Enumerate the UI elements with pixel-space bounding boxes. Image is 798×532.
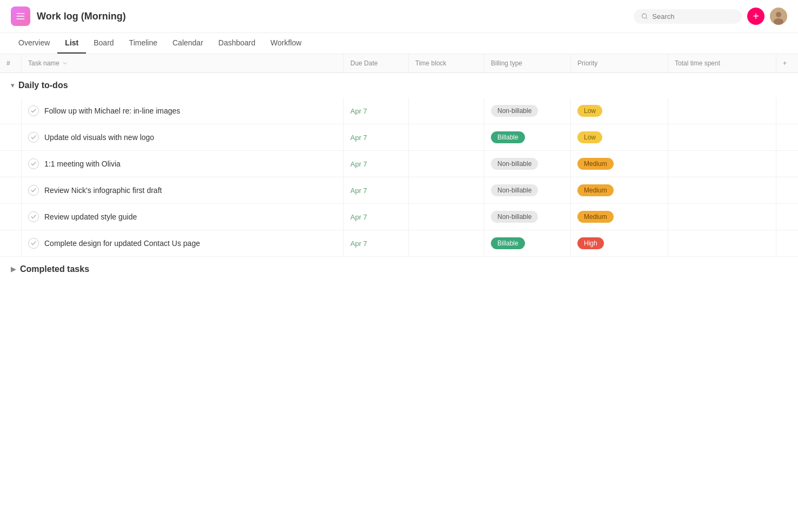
- task-billing-type: Non-billable: [484, 151, 571, 177]
- task-total-time: [668, 230, 776, 256]
- table-row: Review Nick's infographic first draft Ap…: [0, 177, 798, 204]
- task-name-cell: Complete design for updated Contact Us p…: [22, 230, 344, 256]
- task-due-date: Apr 7: [344, 124, 409, 150]
- task-table: # Task name Due Date Time block Billing …: [0, 54, 798, 282]
- svg-point-6: [776, 12, 781, 17]
- col-total-time-spent: Total time spent: [668, 54, 776, 72]
- task-time-block: [409, 230, 484, 256]
- svg-rect-1: [17, 16, 25, 17]
- task-total-time: [668, 124, 776, 150]
- task-add: [776, 151, 798, 177]
- chevron-down-icon: [62, 60, 68, 66]
- task-check[interactable]: [28, 132, 39, 143]
- task-check[interactable]: [28, 238, 39, 249]
- billing-badge: Non-billable: [491, 211, 538, 223]
- task-due-date: Apr 7: [344, 230, 409, 256]
- task-priority: Medium: [571, 177, 668, 203]
- task-add: [776, 98, 798, 124]
- header-right: +: [634, 8, 787, 25]
- task-add: [776, 230, 798, 256]
- billing-badge: Billable: [491, 237, 525, 249]
- task-due-date: Apr 7: [344, 151, 409, 177]
- table-row: Complete design for updated Contact Us p…: [0, 230, 798, 257]
- task-due-date: Apr 7: [344, 98, 409, 124]
- priority-badge: High: [577, 237, 604, 249]
- billing-badge: Billable: [491, 131, 525, 143]
- tab-board[interactable]: Board: [86, 33, 121, 54]
- task-check[interactable]: [28, 158, 39, 169]
- section-daily-todos-header[interactable]: ▾ Daily to-dos: [0, 73, 798, 98]
- task-num: [0, 204, 22, 230]
- section-expand-icon: ▾: [11, 82, 14, 89]
- search-box[interactable]: [634, 9, 742, 24]
- task-num: [0, 124, 22, 150]
- col-num: #: [0, 54, 22, 72]
- billing-badge: Non-billable: [491, 158, 538, 170]
- section-completed-header[interactable]: ▶ Completed tasks: [0, 257, 798, 282]
- task-check[interactable]: [28, 185, 39, 196]
- completed-expand-icon: ▶: [11, 265, 16, 273]
- priority-badge: Low: [577, 131, 602, 143]
- task-priority: Medium: [571, 204, 668, 230]
- task-total-time: [668, 151, 776, 177]
- tab-overview[interactable]: Overview: [11, 33, 57, 54]
- priority-badge: Medium: [577, 211, 614, 223]
- task-time-block: [409, 177, 484, 203]
- svg-line-4: [646, 17, 647, 18]
- task-add: [776, 204, 798, 230]
- task-name-cell: Review updated style guide: [22, 204, 344, 230]
- task-name-cell: Update old visuals with new logo: [22, 124, 344, 150]
- task-priority: High: [571, 230, 668, 256]
- search-input[interactable]: [652, 12, 734, 21]
- task-time-block: [409, 98, 484, 124]
- tab-list[interactable]: List: [57, 33, 86, 54]
- task-billing-type: Non-billable: [484, 98, 571, 124]
- svg-point-7: [774, 18, 783, 25]
- completed-section-title: Completed tasks: [20, 264, 89, 274]
- header: Work log (Morning) +: [0, 0, 798, 33]
- task-num: [0, 151, 22, 177]
- task-time-block: [409, 204, 484, 230]
- task-num: [0, 98, 22, 124]
- task-total-time: [668, 98, 776, 124]
- table-header: # Task name Due Date Time block Billing …: [0, 54, 798, 73]
- task-due-date: Apr 7: [344, 177, 409, 203]
- search-icon: [641, 12, 648, 20]
- col-due-date: Due Date: [344, 54, 409, 72]
- priority-badge: Medium: [577, 184, 614, 196]
- task-time-block: [409, 124, 484, 150]
- task-billing-type: Billable: [484, 230, 571, 256]
- billing-badge: Non-billable: [491, 105, 538, 117]
- task-billing-type: Non-billable: [484, 204, 571, 230]
- col-priority: Priority: [571, 54, 668, 72]
- billing-badge: Non-billable: [491, 184, 538, 196]
- task-time-block: [409, 151, 484, 177]
- task-priority: Medium: [571, 151, 668, 177]
- nav-tabs: Overview List Board Timeline Calendar Da…: [0, 33, 798, 54]
- task-priority: Low: [571, 124, 668, 150]
- app-icon: [11, 6, 30, 26]
- table-row: Follow up with Michael re: in-line image…: [0, 98, 798, 124]
- task-check[interactable]: [28, 105, 39, 116]
- col-task-name[interactable]: Task name: [22, 54, 344, 72]
- task-add: [776, 177, 798, 203]
- table-row: Update old visuals with new logo Apr 7 B…: [0, 124, 798, 151]
- svg-rect-2: [17, 18, 25, 19]
- avatar: [770, 8, 787, 25]
- add-button[interactable]: +: [747, 8, 764, 25]
- col-add[interactable]: +: [776, 54, 798, 72]
- tab-workflow[interactable]: Workflow: [263, 33, 309, 54]
- task-billing-type: Non-billable: [484, 177, 571, 203]
- table-row: 1:1 meeting with Olivia Apr 7 Non-billab…: [0, 151, 798, 177]
- tab-calendar[interactable]: Calendar: [165, 33, 211, 54]
- page-title: Work log (Morning): [37, 11, 627, 22]
- tab-timeline[interactable]: Timeline: [122, 33, 165, 54]
- col-billing-type: Billing type: [484, 54, 571, 72]
- svg-rect-0: [17, 13, 25, 14]
- tab-dashboard[interactable]: Dashboard: [211, 33, 263, 54]
- task-name-cell: Review Nick's infographic first draft: [22, 177, 344, 203]
- svg-point-3: [642, 14, 647, 18]
- table-row: Review updated style guide Apr 7 Non-bil…: [0, 204, 798, 230]
- task-check[interactable]: [28, 211, 39, 222]
- task-due-date: Apr 7: [344, 204, 409, 230]
